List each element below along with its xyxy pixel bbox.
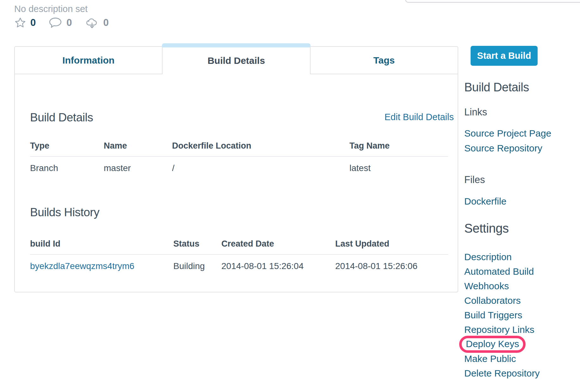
settings-link-description[interactable]: Description xyxy=(464,252,512,262)
settings-link-repository-links[interactable]: Repository Links xyxy=(464,324,534,335)
sidebar-link-dockerfile[interactable]: Dockerfile xyxy=(464,196,506,207)
build-id-link[interactable]: byekzdla7eewqzms4trym6 xyxy=(30,261,134,271)
tab-information[interactable]: Information xyxy=(15,47,162,74)
col-header-build-id: build Id xyxy=(30,239,173,249)
col-header-name: Name xyxy=(104,141,172,151)
settings-link-collaborators[interactable]: Collaborators xyxy=(464,295,521,306)
col-header-type: Type xyxy=(30,141,104,151)
sidebar-link-source-repository[interactable]: Source Repository xyxy=(464,143,542,154)
star-count: 0 xyxy=(30,17,36,28)
col-header-status: Status xyxy=(173,239,221,249)
download-count: 0 xyxy=(103,17,109,28)
sidebar-files-heading: Files xyxy=(464,174,485,186)
tab-bar: Information Build Details Tags xyxy=(15,47,458,74)
cell-type: Branch xyxy=(30,163,104,173)
settings-link-deploy-keys[interactable]: Deploy Keys xyxy=(466,339,519,349)
col-header-dockerfile-location: Dockerfile Location xyxy=(172,141,349,151)
settings-link-delete-repository[interactable]: Delete Repository xyxy=(464,368,540,379)
sidebar-link-source-project-page[interactable]: Source Project Page xyxy=(464,128,551,139)
page: No description set 0 0 0 Information Bui… xyxy=(0,0,580,392)
start-a-build-button[interactable]: Start a Build xyxy=(471,46,538,66)
col-header-last-updated: Last Updated xyxy=(335,239,448,249)
sidebar-links-heading: Links xyxy=(464,107,487,118)
table-header-row: Type Name Dockerfile Location Tag Name xyxy=(30,141,448,157)
build-details-section-title: Build Details xyxy=(30,111,93,124)
settings-links-list: Description Automated Build Webhooks Col… xyxy=(464,250,540,381)
build-details-table: Type Name Dockerfile Location Tag Name B… xyxy=(30,141,448,173)
table-header-row: build Id Status Created Date Last Update… xyxy=(30,239,448,255)
sidebar-title: Build Details xyxy=(464,81,529,94)
comment-count: 0 xyxy=(66,17,72,28)
main-panel: Information Build Details Tags Build Det… xyxy=(14,46,458,292)
sidebar-settings-heading: Settings xyxy=(464,221,509,236)
star-icon xyxy=(14,17,26,29)
builds-history-section-title: Builds History xyxy=(30,206,99,219)
builds-history-table: build Id Status Created Date Last Update… xyxy=(30,239,448,271)
settings-link-build-triggers[interactable]: Build Triggers xyxy=(464,310,522,321)
tab-tags[interactable]: Tags xyxy=(310,47,458,74)
table-row: byekzdla7eewqzms4trym6 Building 2014-08-… xyxy=(30,255,448,271)
settings-link-webhooks[interactable]: Webhooks xyxy=(464,281,509,291)
comment-icon xyxy=(48,17,62,29)
edit-build-details-link[interactable]: Edit Build Details xyxy=(385,112,454,122)
cutoff-searchbox-edge xyxy=(405,0,580,3)
col-header-created-date: Created Date xyxy=(221,239,335,249)
repo-stats: 0 0 0 xyxy=(14,16,109,30)
cell-last-updated: 2014-08-01 15:26:06 xyxy=(335,261,448,271)
tab-build-details[interactable]: Build Details xyxy=(162,47,310,74)
table-row: Branch master / latest xyxy=(30,157,448,173)
deploy-keys-highlight-ring: Deploy Keys xyxy=(459,336,526,353)
cell-status: Building xyxy=(173,261,221,271)
cell-name: master xyxy=(104,163,172,173)
repo-description: No description set xyxy=(14,4,88,14)
settings-link-make-public[interactable]: Make Public xyxy=(464,353,516,364)
cell-tag-name: latest xyxy=(349,163,448,173)
download-icon xyxy=(85,16,99,29)
cell-created-date: 2014-08-01 15:26:04 xyxy=(221,261,335,271)
cell-dockerfile-location: / xyxy=(172,163,349,173)
settings-link-automated-build[interactable]: Automated Build xyxy=(464,266,534,277)
col-header-tag-name: Tag Name xyxy=(349,141,448,151)
